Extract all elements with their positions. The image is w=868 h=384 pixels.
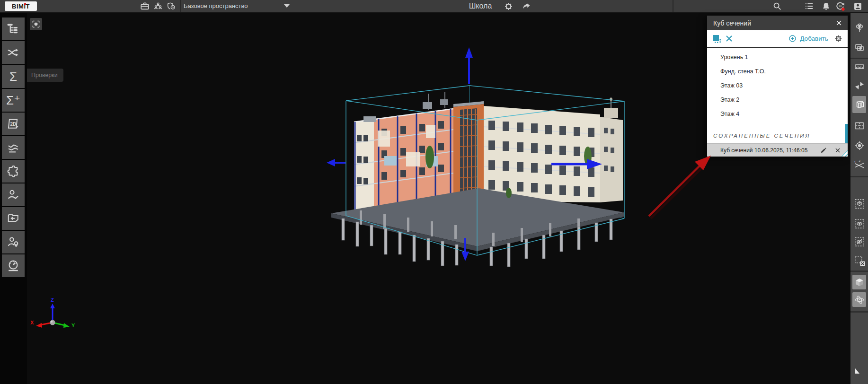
briefcase-icon[interactable]: [139, 0, 151, 12]
focus-target-button[interactable]: [852, 139, 866, 152]
orbit-mode-button[interactable]: [852, 292, 866, 307]
level-item[interactable]: Этаж 03: [707, 79, 848, 93]
page-title: Школа: [454, 0, 506, 12]
building-model: [331, 92, 624, 267]
add-section-label: Добавить: [800, 35, 828, 42]
axis-gizmo[interactable]: Z X Y: [30, 297, 75, 328]
user-profile-icon[interactable]: [852, 0, 863, 12]
workspace-selector[interactable]: Базовое пространство: [184, 0, 248, 12]
search-icon[interactable]: [771, 0, 783, 12]
clear-section-x-icon[interactable]: [723, 33, 735, 45]
notifications-bell-icon[interactable]: [820, 0, 832, 12]
checks-sigma-icon: Σ: [9, 70, 17, 83]
floor-plan-icon: [854, 120, 865, 131]
team-icon[interactable]: [152, 0, 164, 12]
clash-detection-button[interactable]: [2, 41, 25, 64]
sidebar-divider: [850, 271, 868, 272]
plugins-icon: [6, 164, 20, 178]
charts-button[interactable]: [2, 136, 25, 159]
checks-add-sigma-icon: Σ⁺: [6, 94, 20, 106]
gizmo-arrow-left[interactable]: [327, 159, 345, 166]
gizmo-arrow-up[interactable]: [465, 47, 473, 84]
workspace-label: Базовое пространство: [184, 2, 248, 9]
checks-button[interactable]: Σ: [2, 65, 25, 88]
svg-text:1: 1: [854, 161, 856, 164]
view-cube-icon: [854, 277, 865, 288]
floor-plan-button[interactable]: [852, 119, 866, 132]
dashboard-gauge-button[interactable]: [2, 254, 25, 277]
view-cube-button[interactable]: [852, 275, 866, 289]
saved-section-row[interactable]: Куб сечений 10.06.2025, 11:46:05: [707, 143, 848, 157]
panel-toolbar: Добавить: [707, 30, 848, 48]
panel-settings-gear-icon[interactable]: [832, 33, 844, 45]
orbit-icon: [854, 294, 865, 305]
bimit-logo[interactable]: BiMiT: [5, 1, 37, 11]
share-icon[interactable]: [521, 0, 532, 12]
svg-text:2: 2: [859, 159, 860, 162]
user-location-icon: [6, 235, 20, 249]
selection-sets-button[interactable]: [852, 41, 866, 54]
close-icon[interactable]: [833, 18, 844, 28]
isolate-selection-icon: [853, 198, 866, 210]
clear-selection-x-icon: [853, 254, 866, 267]
clip-plane-icon: [854, 80, 865, 91]
checks-add-button[interactable]: Σ⁺: [2, 89, 25, 112]
plugins-button[interactable]: [2, 160, 25, 183]
section-cube-button-active[interactable]: [852, 96, 866, 113]
show-eye-icon: [853, 218, 866, 230]
measure-ruler-button[interactable]: [852, 60, 866, 73]
checks-tooltip: Проверки: [21, 69, 63, 82]
add-section-button[interactable]: Добавить: [788, 34, 828, 43]
list-icon[interactable]: [804, 0, 815, 12]
approvals-button[interactable]: [2, 183, 25, 206]
focus-model-button[interactable]: [30, 18, 42, 30]
level-item[interactable]: Этаж 4: [707, 107, 848, 121]
hide-selection-button[interactable]: [852, 235, 866, 248]
hide-eye-slash-icon: [853, 236, 866, 248]
plus-circle-icon: [788, 34, 797, 43]
isolate-selection-button[interactable]: [852, 197, 866, 210]
level-item[interactable]: Этаж 2: [707, 93, 848, 107]
levels-list: Уровень 1 Фунд. стена Т.О. Этаж 03 Этаж …: [707, 50, 848, 121]
export-folder-button[interactable]: [2, 207, 25, 230]
approvals-person-check-icon: [6, 188, 20, 202]
model-tree-button[interactable]: [2, 17, 25, 40]
sheets-2d-icon: 2D: [6, 117, 20, 131]
chevron-down-icon: [284, 4, 290, 8]
topbar-divider: [180, 0, 181, 12]
shield-clock-icon[interactable]: [166, 0, 177, 12]
dashboard-gauge-icon: [6, 259, 20, 273]
axis-z-label: Z: [51, 297, 54, 303]
logo-red-dot: [24, 3, 26, 5]
edit-pencil-icon[interactable]: [818, 145, 829, 156]
axis-y-label: Y: [71, 323, 75, 328]
sheets-2d-button[interactable]: 2D: [2, 113, 25, 135]
bimit-app-window: Z X Y BiMiT Б: [0, 0, 868, 384]
environment-tree-button[interactable]: [852, 21, 866, 35]
model-tree-icon: [6, 22, 20, 36]
clear-selection-button[interactable]: [852, 253, 866, 267]
user-location-button[interactable]: [2, 231, 25, 253]
axes-grid-icon: 12: [853, 159, 866, 171]
saved-section-actions: [818, 145, 843, 156]
level-item[interactable]: Фунд. стена Т.О.: [707, 64, 848, 79]
selection-sets-icon: [854, 42, 865, 53]
svg-text:2D: 2D: [10, 122, 17, 127]
panel-scrollbar-thumb[interactable]: [845, 124, 848, 143]
panel-header: Куб сечений: [707, 16, 848, 30]
settings-gear-icon[interactable]: [503, 0, 514, 12]
export-folder-icon: [6, 211, 20, 226]
charts-icon: [6, 140, 20, 155]
clip-plane-button[interactable]: [852, 79, 866, 92]
section-box-tool-icon[interactable]: [710, 33, 723, 45]
clash-detection-icon: [6, 45, 20, 60]
top-bar: BiMiT Базовое пространство Школа: [0, 0, 868, 13]
axes-grid-button[interactable]: 12: [852, 158, 866, 172]
level-item[interactable]: Уровень 1: [707, 50, 848, 64]
history-clock-icon[interactable]: 10: [834, 0, 846, 12]
saved-section-label: Куб сечений 10.06.2025, 11:46:05: [720, 147, 807, 154]
left-sidebar: Σ Σ⁺ 2D: [0, 13, 27, 384]
show-selection-button[interactable]: [852, 217, 866, 230]
measure-ruler-icon: [854, 61, 865, 72]
delete-x-icon[interactable]: [833, 145, 843, 156]
